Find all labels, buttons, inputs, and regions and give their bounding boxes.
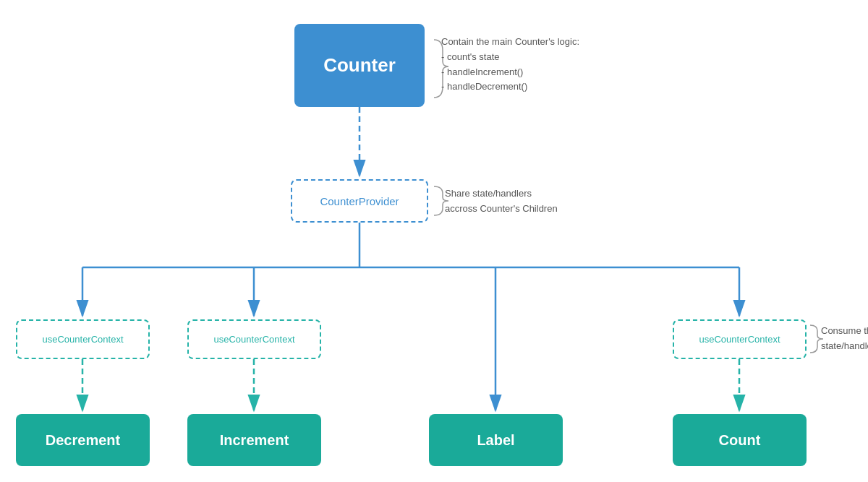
annotation-provider-line2: accross Counter's Children xyxy=(445,202,558,217)
label-box: Label xyxy=(429,414,563,466)
ctx1-box: useCounterContext xyxy=(16,319,150,359)
ctx2-label: useCounterContext xyxy=(213,334,294,345)
annotation-ctx-line2: state/handlers xyxy=(821,339,868,354)
increment-box: Increment xyxy=(187,414,321,466)
ctx4-label: useCounterContext xyxy=(699,334,780,345)
provider-box: CounterProvider xyxy=(291,179,428,223)
annotation-counter: Contain the main Counter's logic: - coun… xyxy=(441,35,579,95)
count-label: Count xyxy=(719,432,761,449)
connector-lines xyxy=(0,0,868,482)
diagram: Counter CounterProvider useCounterContex… xyxy=(0,0,868,482)
annotation-counter-title: Contain the main Counter's logic: xyxy=(441,35,579,50)
decrement-label: Decrement xyxy=(46,432,120,449)
ctx4-box: useCounterContext xyxy=(673,319,807,359)
decrement-box: Decrement xyxy=(16,414,150,466)
increment-label: Increment xyxy=(220,432,289,449)
ctx1-label: useCounterContext xyxy=(42,334,123,345)
annotation-counter-item3: - handleDecrement() xyxy=(441,79,579,95)
annotation-provider-line1: Share state/handlers xyxy=(445,186,558,202)
counter-box: Counter xyxy=(294,24,425,107)
annotation-counter-item2: - handleIncrement() xyxy=(441,65,579,80)
ctx2-box: useCounterContext xyxy=(187,319,321,359)
annotation-provider: Share state/handlers accross Counter's C… xyxy=(445,186,558,217)
annotation-counter-item1: - count's state xyxy=(441,50,579,65)
label-label: Label xyxy=(477,432,514,449)
count-box: Count xyxy=(673,414,807,466)
annotation-ctx: Consume the state/handlers xyxy=(821,324,868,354)
annotation-ctx-line1: Consume the xyxy=(821,324,868,339)
provider-label: CounterProvider xyxy=(320,195,399,207)
counter-label: Counter xyxy=(323,54,396,77)
